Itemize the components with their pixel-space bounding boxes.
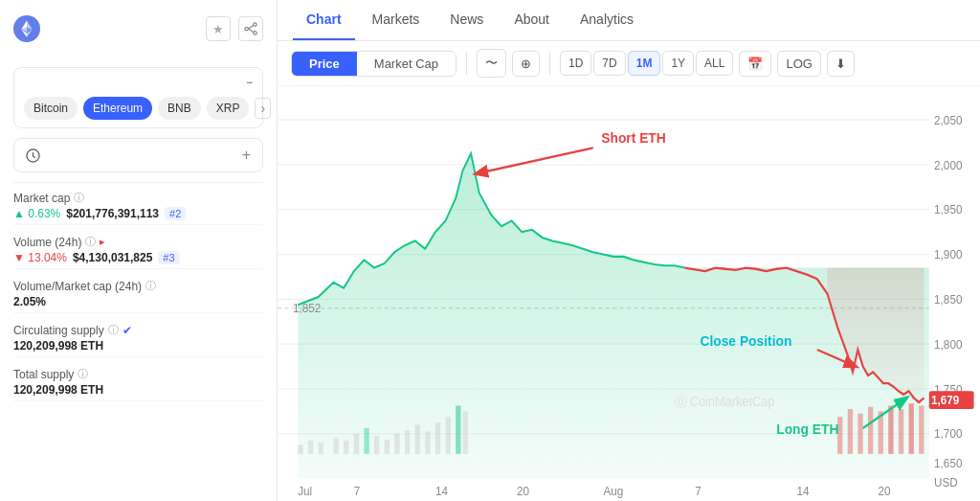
total-supply-value: 120,209,998 ETH xyxy=(13,383,103,397)
x-label-aug: Aug xyxy=(603,485,623,499)
market-cap-change: ▲ 0.63% xyxy=(13,207,60,220)
vol-bar xyxy=(334,438,339,453)
time-period-group: 1D 7D 1M 1Y ALL xyxy=(560,51,733,76)
watchlist-coin-bitcoin[interactable]: Bitcoin xyxy=(24,97,78,120)
y-label-1950: 1,950 xyxy=(934,203,962,217)
svg-point-2 xyxy=(254,32,257,35)
calendar-icon-button[interactable]: 📅 xyxy=(739,51,771,77)
tab-bar: Chart Markets News About Analytics xyxy=(278,0,980,41)
candle-chart-icon-button[interactable]: ⊕ xyxy=(512,51,540,77)
close-position-annotation: Close Position xyxy=(700,333,791,350)
vol-bar xyxy=(463,411,468,453)
x-label-7aug: 7 xyxy=(695,485,702,499)
stat-market-cap: Market cap ⓘ ▲ 0.63% $201,776,391,113 #2 xyxy=(13,187,263,225)
chart-toolbar: Price Market Cap 〜 ⊕ 1D 7D 1M 1Y ALL 📅 L… xyxy=(278,41,980,86)
stats-section: Market cap ⓘ ▲ 0.63% $201,776,391,113 #2… xyxy=(13,182,263,401)
price-display xyxy=(13,56,263,57)
eth-logo-icon xyxy=(13,15,40,42)
y-label-1650: 1,650 xyxy=(934,456,962,470)
short-eth-annotation: Short ETH xyxy=(601,129,666,146)
vol-bar xyxy=(298,444,302,453)
price-marketcap-toggle: Price Market Cap xyxy=(291,51,457,77)
sidebar: ★ − Bitcoin Ethereum BNB XRP › xyxy=(0,0,278,501)
tab-about[interactable]: About xyxy=(501,0,563,40)
coinmarketcap-watermark: ⓪ CoinMarketCap xyxy=(675,394,775,409)
time-all-button[interactable]: ALL xyxy=(696,51,733,76)
portfolio-icon xyxy=(26,148,40,163)
vol-bar xyxy=(394,434,399,454)
tab-analytics[interactable]: Analytics xyxy=(567,0,647,40)
vol-bar xyxy=(909,403,914,454)
current-price-badge-label: 1,679 xyxy=(931,394,959,408)
y-label-1700: 1,700 xyxy=(934,427,962,442)
volume-info-icon[interactable]: ⓘ xyxy=(85,235,96,249)
long-eth-annotation: Long ETH xyxy=(776,421,838,437)
price-chart-svg: Short ETH Close Position Long ETH 1,852 … xyxy=(278,86,980,501)
tab-markets[interactable]: Markets xyxy=(359,0,434,40)
time-1m-button[interactable]: 1M xyxy=(628,51,661,76)
y-label-1850: 1,850 xyxy=(934,293,962,307)
vol-bar xyxy=(354,434,359,454)
x-label-14aug: 14 xyxy=(797,485,810,499)
vol-bar xyxy=(868,407,873,454)
y-label-1800: 1,800 xyxy=(934,337,962,352)
right-panel: Chart Markets News About Analytics Price… xyxy=(278,0,980,501)
vol-mktcap-info-icon[interactable]: ⓘ xyxy=(145,279,156,293)
price-toggle-button[interactable]: Price xyxy=(292,52,357,76)
vol-bar xyxy=(899,409,903,454)
watchlist-collapse-button[interactable]: − xyxy=(246,76,253,89)
time-1d-button[interactable]: 1D xyxy=(560,51,591,76)
marketcap-toggle-button[interactable]: Market Cap xyxy=(357,52,456,76)
svg-point-3 xyxy=(245,27,249,31)
stat-circulating-label: Circulating supply xyxy=(13,324,104,337)
svg-point-1 xyxy=(254,23,257,27)
vol-bar xyxy=(848,409,853,454)
level-1852-label: 1,852 xyxy=(293,302,321,316)
x-label-20aug: 20 xyxy=(879,485,891,499)
x-label-20: 20 xyxy=(517,485,529,499)
watchlist-coin-xrp[interactable]: XRP xyxy=(207,97,250,120)
market-cap-info-icon[interactable]: ⓘ xyxy=(74,191,84,205)
watchlist-coin-ethereum[interactable]: Ethereum xyxy=(83,97,152,120)
vol-bar xyxy=(888,406,893,454)
vol-bar xyxy=(456,406,460,454)
track-portfolio-button[interactable]: + xyxy=(13,138,263,172)
tab-news[interactable]: News xyxy=(436,0,497,40)
currency-label: USD xyxy=(934,475,958,490)
watchlist-coins: Bitcoin Ethereum BNB XRP › xyxy=(24,97,253,120)
watchlist-coin-bnb[interactable]: BNB xyxy=(158,97,201,120)
watchlist-more-button[interactable]: › xyxy=(255,98,271,119)
svg-line-5 xyxy=(248,29,253,33)
y-label-2000: 2,000 xyxy=(934,158,962,172)
vol-bar xyxy=(919,406,924,454)
vol-bar xyxy=(385,440,390,454)
market-cap-rank: #2 xyxy=(165,207,186,220)
vol-bar xyxy=(344,441,348,454)
y-label-1900: 1,900 xyxy=(934,248,962,262)
stat-circulating-supply: Circulating supply ⓘ ✔ 120,209,998 ETH xyxy=(13,319,263,357)
watchlist-star-button[interactable]: ★ xyxy=(206,16,231,41)
x-label-jul: Jul xyxy=(298,485,312,499)
total-supply-info-icon[interactable]: ⓘ xyxy=(78,367,88,381)
volume-rank: #3 xyxy=(158,251,179,264)
vol-mktcap-value: 2.05% xyxy=(13,295,46,308)
time-1y-button[interactable]: 1Y xyxy=(662,51,694,76)
vol-bar xyxy=(308,441,313,454)
volume-change: ▼ 13.04% xyxy=(13,251,67,264)
share-button[interactable] xyxy=(238,16,263,41)
chart-area: Short ETH Close Position Long ETH 1,852 … xyxy=(278,86,980,501)
circulating-value: 120,209,998 ETH xyxy=(13,339,103,353)
market-cap-value: $201,776,391,113 xyxy=(66,207,159,220)
circulating-info-icon[interactable]: ⓘ xyxy=(108,323,119,337)
time-7d-button[interactable]: 7D xyxy=(593,51,625,76)
download-icon-button[interactable]: ⬇ xyxy=(827,51,855,77)
volume-value: $4,130,031,825 xyxy=(73,251,152,264)
svg-line-4 xyxy=(248,26,253,30)
stat-total-label: Total supply xyxy=(13,368,74,381)
vol-bar xyxy=(425,431,430,453)
volume-arrow-icon[interactable]: ▸ xyxy=(100,236,105,248)
log-button[interactable]: LOG xyxy=(777,51,820,77)
line-chart-icon-button[interactable]: 〜 xyxy=(477,49,506,78)
header-icons: ★ xyxy=(206,16,263,41)
tab-chart[interactable]: Chart xyxy=(293,0,355,40)
